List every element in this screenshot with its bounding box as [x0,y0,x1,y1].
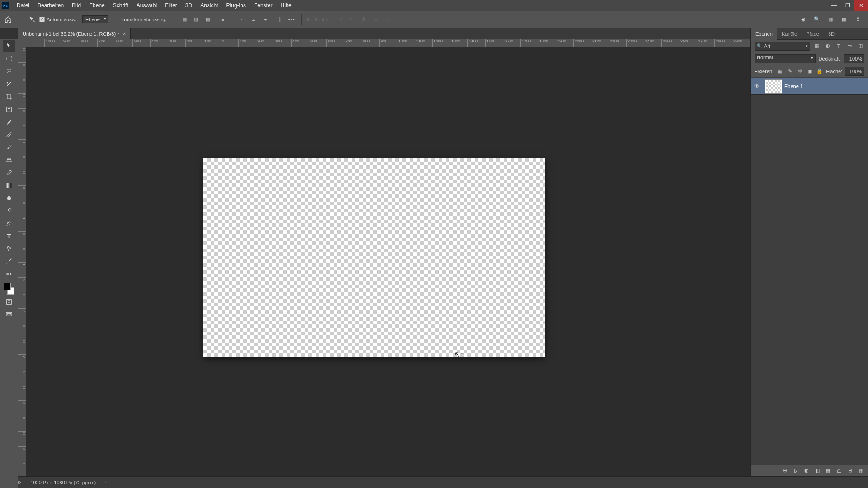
layer-footer-icon-0[interactable]: ⊖ [781,468,788,474]
distribute-v-icon[interactable]: ‖ [275,14,285,24]
screen-mode-tool[interactable] [3,309,15,320]
path-selection-tool[interactable] [3,243,15,254]
align-bottom-icon[interactable]: ⫟ [260,14,270,24]
layer-footer-icon-4[interactable]: ▦ [825,468,832,474]
canvas-viewport[interactable]: ↖⁺ [26,47,750,476]
gradient-tool[interactable] [3,179,15,191]
layer-name[interactable]: Ebene 1 [784,84,803,89]
workspace-icon[interactable]: ▥ [826,14,835,24]
dodge-tool[interactable] [3,205,15,216]
type-tool[interactable] [3,230,15,242]
eraser-tool[interactable] [3,167,15,178]
search-icon[interactable]: 🔍 [812,14,822,24]
filter-pixel-icon[interactable]: ▦ [813,42,821,50]
more-align-options-button[interactable]: ••• [287,14,297,24]
menu-ebene[interactable]: Ebene [85,0,109,11]
window-maximize-button[interactable]: ❐ [841,0,854,11]
layer-row[interactable]: 👁Ebene 1 [751,78,868,95]
menu-3d[interactable]: 3D [181,0,196,11]
more-tools-icon[interactable]: ••• [3,268,15,280]
layer-list[interactable]: 👁Ebene 1 [751,78,868,465]
share-icon[interactable]: ⇪ [853,14,863,24]
layer-footer-icon-5[interactable]: 🗀 [835,468,843,474]
marquee-tool[interactable] [3,53,15,65]
layer-footer-icon-2[interactable]: ◐ [803,468,810,474]
layer-search-input[interactable]: Art▾ [755,42,810,51]
lock-all-icon[interactable]: 🔒 [816,68,823,75]
align-center-h-icon[interactable]: ▥ [191,14,201,24]
blur-tool[interactable] [3,192,15,204]
eyedropper-tool[interactable] [3,116,15,128]
panel-tab-pfade[interactable]: Pfade [802,28,824,40]
clone-stamp-tool[interactable] [3,154,15,166]
fill-input[interactable]: 100% [845,67,864,76]
document-tab-close-icon[interactable]: × [123,31,126,37]
align-left-icon[interactable]: ▤ [179,14,189,24]
menu-schrift[interactable]: Schrift [109,0,132,11]
lasso-tool[interactable] [3,66,15,77]
blend-mode-dropdown[interactable]: Normal [755,54,816,63]
magic-wand-tool[interactable] [3,78,15,90]
healing-brush-tool[interactable] [3,129,15,141]
menu-filter[interactable]: Filter [161,0,181,11]
color-swatches[interactable] [3,282,15,296]
filter-smart-icon[interactable]: ◫ [856,42,864,50]
window-close-button[interactable]: ✕ [854,0,868,11]
auto-select-target-dropdown[interactable]: Ebene [82,15,108,23]
menu-datei[interactable]: Datei [13,0,33,11]
menu-hilfe[interactable]: Hilfe [277,0,296,11]
align-right-icon[interactable]: ▤ [203,14,213,24]
pen-tool[interactable] [3,217,15,229]
layer-visibility-icon[interactable]: 👁 [751,83,763,89]
menu-ansicht[interactable]: Ansicht [196,0,222,11]
filter-type-icon[interactable]: T [835,42,843,50]
filter-adjust-icon[interactable]: ◐ [824,42,832,50]
crop-tool[interactable] [3,91,15,103]
menu-bearbeiten[interactable]: Bearbeiten [33,0,68,11]
layer-footer-icon-6[interactable]: ⊞ [846,468,854,474]
layers-panel-footer: ⊖fx◐◧▦🗀⊞🗑 [751,465,868,476]
menu-fenster[interactable]: Fenster [250,0,277,11]
lock-pixels-icon[interactable]: ▦ [776,68,783,75]
panel-tab-ebenen[interactable]: Ebenen [751,28,777,40]
layer-footer-icon-1[interactable]: fx [792,468,799,474]
home-button[interactable] [3,14,14,25]
panel-tab-3d[interactable]: 3D [824,28,839,40]
arrange-icon[interactable]: ▦ [839,14,849,24]
frame-tool[interactable] [3,103,15,115]
line-tool[interactable] [3,255,15,267]
layer-thumbnail[interactable] [765,80,782,93]
lock-artboard-icon[interactable]: ▣ [806,68,813,75]
lock-position-icon[interactable]: ✎ [786,68,793,75]
lock-move-icon[interactable]: ✥ [796,68,803,75]
layer-footer-icon-7[interactable]: 🗑 [857,468,864,474]
window-minimize-button[interactable]: — [827,0,841,11]
ruler-origin[interactable] [18,39,26,47]
menu-auswahl[interactable]: Auswahl [132,0,161,11]
horizontal-ruler[interactable]: 1000900800700600500400300200100010020030… [26,39,750,47]
filter-shape-icon[interactable]: ▭ [845,42,854,50]
menu-bild[interactable]: Bild [68,0,85,11]
auto-select-checkbox[interactable]: ✓ [39,17,45,22]
document-tab[interactable]: Unbenannt-1 bei 39,2% (Ebene 1, RGB/8) *… [18,28,131,39]
document-canvas[interactable] [203,158,545,357]
mode-3d-label: 3D-Modus: [305,17,330,22]
status-info-chevron-icon[interactable]: › [105,480,106,485]
ruler-h-tick: 2100 [591,39,601,47]
vertical-ruler[interactable]: 000000000001001502002503003504 [18,47,26,476]
document-info[interactable]: 1920 Px x 1080 Px (72 ppcm) [30,480,96,485]
layer-footer-icon-3[interactable]: ◧ [814,468,821,474]
ruler-h-tick: 1900 [556,39,566,47]
menu-plug-ins[interactable]: Plug-ins [222,0,250,11]
foreground-color-swatch[interactable] [4,283,11,290]
distribute-h-icon[interactable]: ≡ [217,14,227,24]
brush-tool[interactable] [3,141,15,153]
quick-mask-tool[interactable] [3,296,15,308]
transform-controls-checkbox[interactable] [114,17,119,22]
cloud-docs-icon[interactable]: ◉ [798,14,808,24]
opacity-input[interactable]: 100% [844,54,864,63]
align-top-icon[interactable]: ⫞ [237,14,247,24]
panel-tab-kanäle[interactable]: Kanäle [777,28,802,40]
align-center-v-icon[interactable]: ⫠ [249,14,259,24]
move-tool[interactable] [3,40,15,52]
